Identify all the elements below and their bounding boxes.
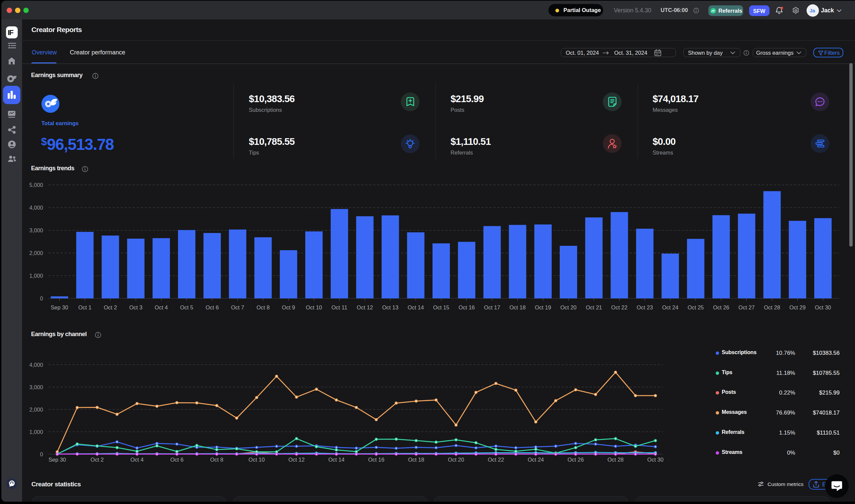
svg-text:Oct 22: Oct 22 [611, 304, 628, 310]
svg-text:1,000: 1,000 [29, 429, 43, 435]
svg-text:Oct 8: Oct 8 [257, 304, 269, 310]
svg-text:Sep 30: Sep 30 [49, 456, 66, 463]
svg-text:Oct 20: Oct 20 [560, 304, 577, 310]
svg-text:Oct 9: Oct 9 [282, 304, 295, 310]
svg-text:Oct 18: Oct 18 [509, 304, 526, 310]
svg-text:Oct 16: Oct 16 [458, 304, 475, 310]
svg-text:Oct 17: Oct 17 [484, 304, 500, 310]
svg-text:Oct 20: Oct 20 [448, 456, 464, 463]
svg-text:Oct 12: Oct 12 [288, 456, 304, 463]
svg-text:Oct 30: Oct 30 [815, 304, 831, 310]
svg-text:Oct 11: Oct 11 [332, 304, 347, 310]
svg-text:Oct 10: Oct 10 [306, 304, 322, 310]
svg-text:Oct 6: Oct 6 [205, 304, 219, 310]
svg-text:0: 0 [40, 295, 43, 301]
svg-text:Oct 16: Oct 16 [368, 456, 384, 463]
svg-text:Oct 21: Oct 21 [586, 304, 602, 310]
svg-text:Oct 26: Oct 26 [568, 456, 584, 463]
svg-text:Oct 12: Oct 12 [357, 304, 373, 310]
svg-text:Oct 23: Oct 23 [636, 304, 653, 310]
svg-text:Oct 25: Oct 25 [688, 304, 704, 310]
svg-text:Oct 22: Oct 22 [488, 456, 504, 463]
svg-text:4,000: 4,000 [29, 204, 43, 211]
svg-text:3,000: 3,000 [29, 227, 43, 233]
svg-text:Oct 14: Oct 14 [328, 456, 345, 463]
svg-text:0: 0 [40, 451, 43, 457]
svg-text:1,000: 1,000 [29, 273, 43, 279]
svg-text:Oct 13: Oct 13 [382, 304, 398, 310]
svg-text:Oct 2: Oct 2 [90, 456, 104, 463]
svg-text:Oct 8: Oct 8 [210, 456, 223, 463]
svg-text:2,000: 2,000 [29, 250, 43, 256]
svg-text:Oct 24: Oct 24 [662, 304, 678, 310]
svg-text:Oct 3: Oct 3 [129, 304, 142, 310]
svg-text:Oct 1: Oct 1 [78, 304, 91, 310]
svg-text:Oct 29: Oct 29 [789, 304, 806, 310]
svg-text:Oct 28: Oct 28 [764, 304, 780, 310]
svg-text:Oct 24: Oct 24 [528, 456, 544, 463]
svg-text:5,000: 5,000 [29, 182, 43, 188]
svg-text:Oct 4: Oct 4 [130, 456, 143, 463]
svg-text:Oct 28: Oct 28 [608, 456, 624, 463]
svg-text:Sep 30: Sep 30 [51, 304, 68, 310]
svg-text:Oct 26: Oct 26 [713, 304, 729, 310]
svg-text:4,000: 4,000 [29, 362, 43, 368]
svg-text:Oct 7: Oct 7 [231, 304, 244, 310]
svg-text:2,000: 2,000 [29, 407, 43, 413]
svg-text:Oct 4: Oct 4 [155, 304, 168, 310]
svg-text:Oct 15: Oct 15 [433, 304, 450, 310]
svg-text:Oct 6: Oct 6 [170, 456, 184, 463]
svg-text:Oct 14: Oct 14 [407, 304, 424, 310]
svg-text:Oct 18: Oct 18 [408, 456, 424, 463]
svg-text:Oct 5: Oct 5 [180, 304, 193, 310]
svg-text:Oct 10: Oct 10 [248, 456, 265, 463]
svg-text:Oct 27: Oct 27 [738, 304, 755, 310]
svg-text:3,000: 3,000 [29, 384, 43, 390]
svg-text:Oct 30: Oct 30 [647, 456, 664, 463]
svg-text:Oct 19: Oct 19 [535, 304, 551, 310]
svg-text:Oct 2: Oct 2 [104, 304, 117, 310]
